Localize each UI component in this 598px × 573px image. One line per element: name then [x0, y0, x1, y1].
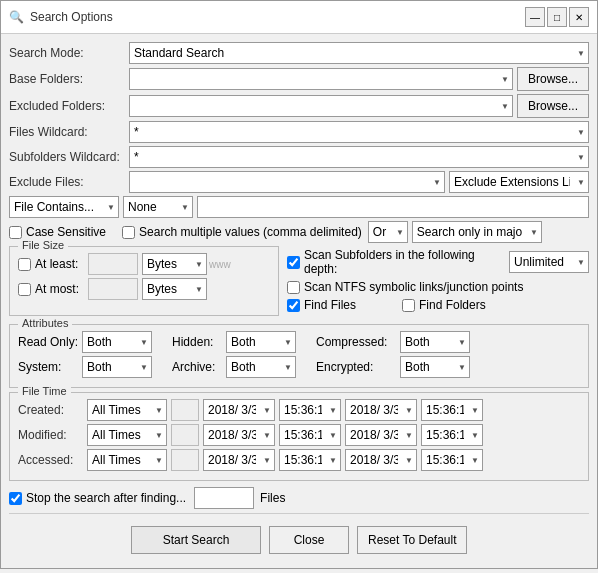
files-wildcard-combo-wrap: *	[129, 121, 589, 143]
case-sensitive-row: Case Sensitive Search multiple values (c…	[9, 221, 589, 243]
modified-time1-combo[interactable]: 15:36:12	[279, 424, 341, 446]
at-most-unit-combo[interactable]: Bytes	[142, 278, 207, 300]
at-least-label: At least:	[35, 257, 78, 271]
subfolders-wildcard-combo[interactable]: *	[129, 146, 589, 168]
search-major-combo[interactable]: Search only in major stre...	[412, 221, 542, 243]
system-combo[interactable]: Both	[82, 356, 152, 378]
or-combo[interactable]: Or	[368, 221, 408, 243]
created-type-combo[interactable]: All Times	[87, 399, 167, 421]
encrypted-label: Encrypted:	[316, 360, 396, 374]
scan-ntfs-wrap: Scan NTFS symbolic links/junction points	[287, 280, 523, 294]
system-item: System: Both	[18, 356, 152, 378]
find-files-row: Find Files Find Folders	[287, 298, 589, 312]
search-mode-label: Search Mode:	[9, 46, 129, 60]
files-wildcard-combo[interactable]: *	[129, 121, 589, 143]
created-time2-combo[interactable]: 15:36:12	[421, 399, 483, 421]
stop-search-input[interactable]: 10000	[194, 487, 254, 509]
subfolders-wildcard-combo-wrap: *	[129, 146, 589, 168]
accessed-date1-wrap: 2018/ 3/31	[203, 449, 275, 471]
at-least-input[interactable]: 0	[88, 253, 138, 275]
exclude-files-combo-wrap	[129, 171, 445, 193]
scan-subfolders-checkbox[interactable]	[287, 256, 300, 269]
find-folders-wrap: Find Folders	[402, 298, 486, 312]
modified-time2-combo[interactable]: 15:36:12	[421, 424, 483, 446]
subfolders-wildcard-row: Subfolders Wildcard: *	[9, 146, 589, 168]
hidden-combo[interactable]: Both	[226, 331, 296, 353]
created-time1-combo[interactable]: 15:36:12	[279, 399, 341, 421]
scan-ntfs-checkbox[interactable]	[287, 281, 300, 294]
read-only-combo-wrap: Both	[82, 331, 152, 353]
or-combo-wrap: Or	[368, 221, 408, 243]
at-least-row: At least: 0 Bytes www	[18, 253, 270, 275]
browse-excluded-button[interactable]: Browse...	[517, 94, 589, 118]
excluded-folders-combo[interactable]	[129, 95, 513, 117]
compressed-combo[interactable]: Both	[400, 331, 470, 353]
scan-ntfs-label: Scan NTFS symbolic links/junction points	[304, 280, 523, 294]
browse-base-button[interactable]: Browse...	[517, 67, 589, 91]
excluded-folders-combo-wrap	[129, 95, 513, 117]
content-area: Search Mode: Standard Search Base Folder…	[1, 34, 597, 568]
base-folders-row: Base Folders: Browse...	[9, 67, 589, 91]
exclude-files-row: Exclude Files: Exclude Extensions List	[9, 171, 589, 193]
at-most-checkbox[interactable]	[18, 283, 31, 296]
reset-to-default-button[interactable]: Reset To Default	[357, 526, 467, 554]
subfolders-wildcard-label: Subfolders Wildcard:	[9, 150, 129, 164]
stop-search-checkbox[interactable]	[9, 492, 22, 505]
archive-combo[interactable]: Both	[226, 356, 296, 378]
maximize-button[interactable]: □	[547, 7, 567, 27]
separator	[9, 513, 589, 514]
close-button[interactable]: ✕	[569, 7, 589, 27]
encrypted-item: Encrypted: Both	[316, 356, 470, 378]
base-folders-combo-wrap	[129, 68, 513, 90]
base-folders-label: Base Folders:	[9, 72, 129, 86]
accessed-type-combo[interactable]: All Times	[87, 449, 167, 471]
accessed-time2-combo[interactable]: 15:36:12	[421, 449, 483, 471]
accessed-time1-combo[interactable]: 15:36:12	[279, 449, 341, 471]
exclude-files-combo[interactable]	[129, 171, 445, 193]
search-multiple-checkbox[interactable]	[122, 226, 135, 239]
search-multiple-wrap: Search multiple values (comma delimited)	[122, 225, 362, 239]
close-button[interactable]: Close	[269, 526, 349, 554]
modified-num[interactable]: 1	[171, 424, 199, 446]
at-least-unit-combo[interactable]: Bytes	[142, 253, 207, 275]
hidden-label: Hidden:	[172, 335, 222, 349]
created-num[interactable]: 1	[171, 399, 199, 421]
none-combo[interactable]: None	[123, 196, 193, 218]
accessed-num[interactable]: 1	[171, 449, 199, 471]
file-contains-input[interactable]	[197, 196, 589, 218]
file-contains-combo[interactable]: File Contains...	[9, 196, 119, 218]
start-search-button[interactable]: Start Search	[131, 526, 261, 554]
find-files-wrap: Find Files	[287, 298, 356, 312]
file-size-group: File Size At least: 0 Bytes www	[9, 246, 279, 316]
find-folders-label: Find Folders	[419, 298, 486, 312]
created-date1-combo[interactable]: 2018/ 3/31	[203, 399, 275, 421]
exclude-ext-combo[interactable]: Exclude Extensions List	[449, 171, 589, 193]
created-time2-wrap: 15:36:12	[421, 399, 483, 421]
case-sensitive-checkbox[interactable]	[9, 226, 22, 239]
find-folders-checkbox[interactable]	[402, 299, 415, 312]
scan-options-panel: Scan Subfolders in the following depth: …	[287, 246, 589, 316]
title-bar-buttons: — □ ✕	[525, 7, 589, 27]
www-label1: www	[209, 259, 231, 270]
find-files-checkbox[interactable]	[287, 299, 300, 312]
search-mode-row: Search Mode: Standard Search	[9, 42, 589, 64]
encrypted-combo[interactable]: Both	[400, 356, 470, 378]
search-mode-combo[interactable]: Standard Search	[129, 42, 589, 64]
accessed-date1-combo[interactable]: 2018/ 3/31	[203, 449, 275, 471]
attributes-group-label: Attributes	[18, 317, 72, 329]
window: 🔍 Search Options — □ ✕ Search Mode: Stan…	[0, 0, 598, 569]
at-most-label: At most:	[35, 282, 79, 296]
base-folders-combo[interactable]	[129, 68, 513, 90]
modified-date1-combo[interactable]: 2018/ 3/31	[203, 424, 275, 446]
at-most-input[interactable]: 1000	[88, 278, 138, 300]
modified-date2-combo[interactable]: 2018/ 3/31	[345, 424, 417, 446]
accessed-date2-combo[interactable]: 2018/ 3/31	[345, 449, 417, 471]
encrypted-combo-wrap: Both	[400, 356, 470, 378]
at-least-checkbox[interactable]	[18, 258, 31, 271]
depth-combo[interactable]: Unlimited	[509, 251, 589, 273]
modified-type-combo[interactable]: All Times	[87, 424, 167, 446]
read-only-combo[interactable]: Both	[82, 331, 152, 353]
scan-subfolders-wrap: Scan Subfolders in the following depth:	[287, 248, 499, 276]
minimize-button[interactable]: —	[525, 7, 545, 27]
created-date2-combo[interactable]: 2018/ 3/31	[345, 399, 417, 421]
